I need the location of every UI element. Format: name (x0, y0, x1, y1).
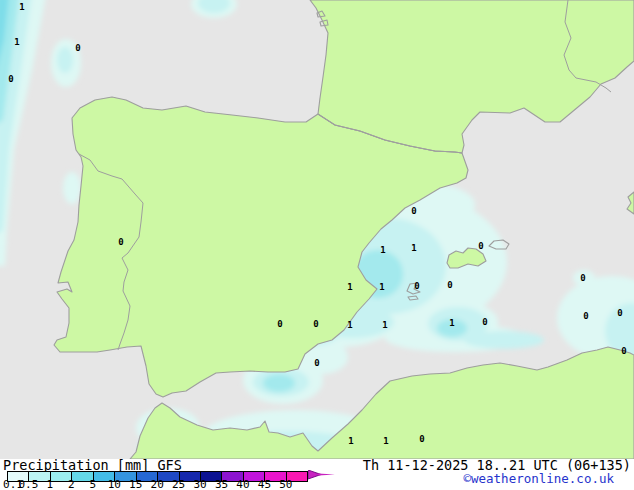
precip-value-label: 0 (482, 317, 487, 327)
precip-value-label: 0 (447, 280, 452, 290)
precip-value-label: 1 (411, 243, 416, 253)
precip-value-label: 1 (379, 282, 384, 292)
precipitation-map: 110000110110000111000000110 (0, 0, 634, 459)
precip-value-label: 0 (414, 281, 419, 291)
precip-value-label: 1 (19, 2, 24, 12)
scale-tick-label: 0.5 (19, 480, 39, 490)
copyright-link[interactable]: ©weatheronline.co.uk (463, 471, 614, 486)
scale-tick-label: 5 (89, 480, 96, 490)
precip-value-label: 1 (347, 282, 352, 292)
scale-arrow-icon (308, 470, 338, 481)
color-scale-ticks: 0.10.5125101520253035404550 (0, 480, 360, 490)
weather-map-page: 110000110110000111000000110 Precipitatio… (0, 0, 634, 490)
scale-tick-label: 2 (68, 480, 75, 490)
precip-value-label: 1 (380, 245, 385, 255)
scale-tick-label: 10 (108, 480, 121, 490)
precip-value-label: 0 (75, 43, 80, 53)
precip-value-label: 1 (14, 37, 19, 47)
legend-bar: Precipitation [mm] GFS Th 11-12-2025 18.… (0, 459, 634, 490)
scale-tick-label: 35 (215, 480, 228, 490)
precip-value-label: 1 (383, 436, 388, 446)
precip-value-label: 0 (313, 319, 318, 329)
precip-value-label: 1 (449, 318, 454, 328)
precip-value-label: 0 (419, 434, 424, 444)
scale-tick-label: 40 (236, 480, 249, 490)
map-canvas: 110000110110000111000000110 (0, 0, 634, 459)
precip-value-label: 1 (382, 320, 387, 330)
precip-value-label: 0 (411, 206, 416, 216)
scale-tick-label: 15 (129, 480, 142, 490)
precip-value-label: 0 (580, 273, 585, 283)
scale-tick-label: 20 (151, 480, 164, 490)
precip-value-label: 0 (277, 319, 282, 329)
precip-value-label: 1 (348, 436, 353, 446)
precip-value-label: 0 (314, 358, 319, 368)
precip-value-label: 0 (617, 308, 622, 318)
scale-tick-label: 1 (47, 480, 54, 490)
scale-tick-label: 25 (172, 480, 185, 490)
scale-tick-label: 50 (279, 480, 292, 490)
scale-tick-label: 30 (193, 480, 206, 490)
precip-value-label: 1 (347, 320, 352, 330)
scale-tick-label: 45 (258, 480, 271, 490)
precip-value-label: 0 (583, 311, 588, 321)
precip-value-label: 0 (8, 74, 13, 84)
precip-value-label: 0 (621, 346, 626, 356)
precip-value-label: 0 (118, 237, 123, 247)
precip-value-label: 0 (478, 241, 483, 251)
